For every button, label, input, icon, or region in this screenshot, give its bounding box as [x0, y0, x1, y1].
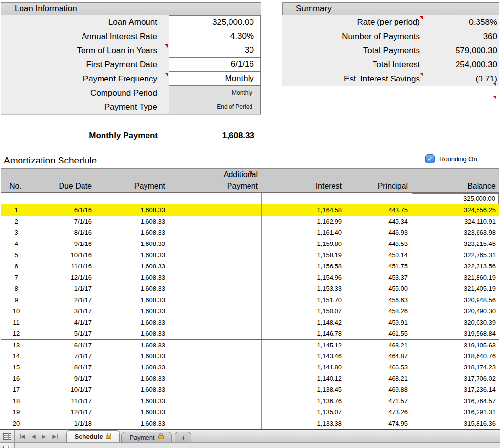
- header-interest: Interest: [262, 182, 346, 191]
- first-sheet-icon[interactable]: |◀: [20, 433, 25, 440]
- cell-additional-payment[interactable]: [169, 272, 262, 283]
- cell-due-date: 6/1/16: [31, 206, 96, 214]
- sheet-view-button[interactable]: [0, 430, 15, 442]
- summary-field-value: 254,000.30: [420, 60, 499, 70]
- cell-additional-payment[interactable]: [169, 350, 262, 362]
- cell-principal: 453.37: [346, 274, 412, 281]
- cell-due-date: 3/1/17: [31, 307, 96, 315]
- cell-payment: 1,608.33: [96, 420, 169, 427]
- cell-balance: 320,490.30: [412, 307, 499, 315]
- cell-balance: 322,765.31: [412, 251, 499, 259]
- header-balance: Balance: [412, 182, 499, 191]
- summary-header: Summary: [282, 2, 499, 15]
- cell-additional-payment[interactable]: [169, 418, 262, 429]
- summary-field-label: Est. Interest Savings: [282, 74, 420, 84]
- loan-field-value-cell[interactable]: Monthly: [169, 72, 261, 86]
- cell-due-date: 12/1/17: [31, 408, 96, 416]
- cell-additional-payment[interactable]: [169, 395, 262, 407]
- comment-marker-icon: [165, 73, 168, 76]
- summary-field-value: (0.71): [420, 74, 499, 84]
- cell-balance: 317,706.02: [412, 375, 499, 382]
- cell-additional-payment[interactable]: [169, 261, 262, 272]
- header-payment: Payment: [96, 182, 169, 191]
- loan-field-value-cell[interactable]: 325,000.00: [169, 15, 261, 29]
- rounding-control: ✓ Rounding On: [425, 154, 477, 163]
- rounding-checkbox[interactable]: ✓: [425, 154, 435, 163]
- cell-additional-payment[interactable]: [169, 294, 262, 305]
- cell-no: 18: [1, 397, 31, 405]
- cell-payment: 1,608.33: [96, 408, 169, 416]
- loan-field-value-cell[interactable]: End of Period: [169, 100, 261, 114]
- cell-additional-payment[interactable]: [169, 216, 262, 227]
- amortization-schedule-title: Amortization Schedule: [4, 155, 97, 166]
- cell-principal: 450.14: [346, 251, 412, 259]
- loan-field-value-cell[interactable]: 4.30%: [169, 29, 261, 43]
- sheet-tab-label: Payment: [129, 434, 154, 441]
- cell-additional-payment[interactable]: [169, 305, 262, 317]
- comment-marker-icon: [493, 96, 496, 99]
- cell-balance: 323,663.98: [412, 229, 499, 236]
- cell-payment: 1,608.33: [96, 342, 169, 349]
- cell-interest: 1,146.78: [262, 330, 346, 337]
- view-switcher-button[interactable]: [0, 443, 15, 448]
- cell-interest: 1,159.80: [262, 240, 346, 247]
- loan-field-value-cell[interactable]: 30: [169, 43, 261, 58]
- loan-field-row: First Payment Date 6/1/16: [1, 58, 261, 72]
- schedule-row: 2 7/1/16 1,608.33 1,162.99 445.34 324,11…: [1, 216, 499, 227]
- sheet-grid-icon: [3, 433, 11, 440]
- cell-principal: 463.21: [346, 342, 412, 349]
- cell-balance: 320,030.39: [412, 319, 499, 326]
- previous-sheet-icon[interactable]: ◀: [31, 433, 35, 440]
- add-sheet-button[interactable]: +: [175, 432, 192, 442]
- summary-panel: Summary Rate (per period) 0.358% Number …: [282, 2, 499, 86]
- schedule-rows: 1 6/1/16 1,608.33 1,164.58 443.75 324,55…: [1, 204, 499, 429]
- cell-due-date: 1/1/17: [31, 285, 96, 292]
- summary-field-value: 360: [420, 32, 499, 41]
- cell-additional-payment[interactable]: [169, 407, 262, 418]
- loan-field-value-cell[interactable]: Monthly: [169, 86, 261, 100]
- cell-balance: 321,860.19: [412, 274, 499, 281]
- cell-additional-payment[interactable]: [169, 373, 262, 384]
- cell-principal: 461.55: [346, 330, 412, 337]
- summary-field-label: Total Payments: [282, 46, 420, 56]
- cell-principal: 448.53: [346, 240, 412, 247]
- cell-additional-payment[interactable]: [169, 227, 262, 238]
- cell-interest: 1,154.96: [262, 274, 346, 281]
- cell-payment: 1,608.33: [96, 274, 169, 281]
- cell-principal: 455.00: [346, 285, 412, 292]
- cell-principal: 468.21: [346, 375, 412, 382]
- cell-additional-payment[interactable]: [169, 328, 262, 339]
- cell-payment: 1,608.33: [96, 307, 169, 315]
- cell-payment: 1,608.33: [96, 251, 169, 259]
- cell-additional-payment[interactable]: [169, 204, 262, 216]
- cell-additional-payment[interactable]: [169, 249, 262, 261]
- cell-additional-payment[interactable]: [169, 362, 262, 373]
- loan-field-value-cell[interactable]: 6/1/16: [169, 58, 261, 72]
- loan-field-label: Compound Period: [1, 88, 169, 98]
- cell-interest: 1,148.42: [262, 319, 346, 326]
- summary-field-row: Total Interest 254,000.30: [282, 58, 499, 72]
- initial-balance-row: 325,000.00: [1, 193, 499, 204]
- cell-additional-payment[interactable]: [169, 317, 262, 328]
- loan-field-row: Term of Loan in Years 30: [1, 43, 261, 58]
- sheet-tab[interactable]: Payment: [121, 432, 171, 442]
- summary-field-value: 579,000.30: [420, 46, 499, 56]
- cell-additional-payment[interactable]: [169, 340, 262, 350]
- cell-balance: 317,236.14: [412, 386, 499, 393]
- lock-icon: [158, 435, 164, 439]
- cell-additional-payment[interactable]: [169, 238, 262, 249]
- cell-payment: 1,608.33: [96, 240, 169, 247]
- sheet-tab[interactable]: Schedule: [66, 430, 120, 442]
- summary-field-label: Total Interest: [282, 60, 420, 70]
- cell-additional-payment[interactable]: [169, 283, 262, 294]
- cell-due-date: 11/1/17: [31, 397, 96, 405]
- cell-principal: 471.57: [346, 397, 412, 405]
- summary-fields: Rate (per period) 0.358% Number of Payme…: [282, 15, 499, 86]
- schedule-row: 8 1/1/17 1,608.33 1,153.33 455.00 321,40…: [1, 283, 499, 294]
- cell-due-date: 8/1/16: [31, 229, 96, 236]
- last-sheet-icon[interactable]: ▶|: [52, 433, 58, 440]
- rounding-label: Rounding On: [439, 155, 477, 163]
- next-sheet-icon[interactable]: ▶: [42, 433, 46, 440]
- loan-field-label: Term of Loan in Years: [1, 46, 169, 56]
- cell-additional-payment[interactable]: [169, 384, 262, 395]
